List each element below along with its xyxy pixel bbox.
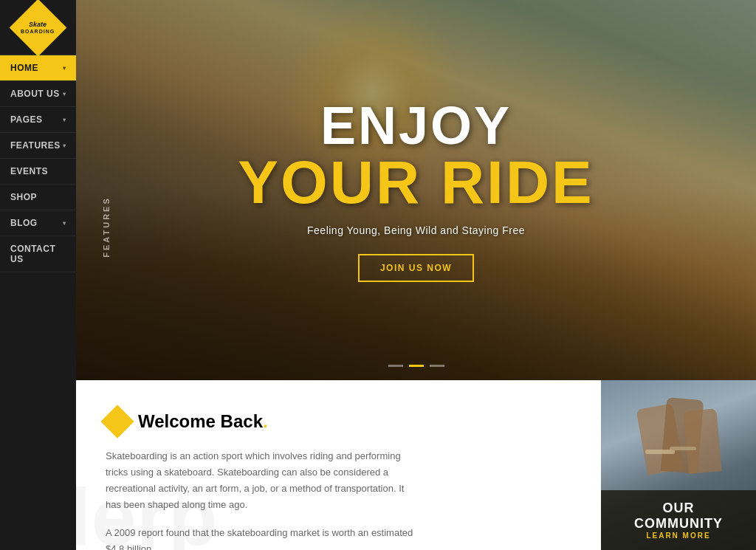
welcome-heading: Welcome Back.	[106, 410, 571, 433]
slide-dots	[388, 365, 444, 367]
sidebar-item-shop-label: SHOP	[10, 192, 37, 202]
hand-3	[683, 408, 721, 474]
chevron-down-icon: ▾	[63, 142, 66, 149]
logo-skate: Skate	[21, 20, 55, 28]
hero-title-enjoy: ENJOY	[320, 99, 512, 152]
sidebar-item-pages-label: PAGES	[10, 114, 43, 125]
hero-content: ENJOY YOUR RIDE Feeling Young, Being Wil…	[76, 0, 756, 380]
community-overlay: OURCOMMUNITY LEARN MORE	[601, 490, 756, 550]
slide-dot-1[interactable]	[388, 365, 403, 367]
sidebar-item-features[interactable]: FEATURES ▾	[0, 133, 76, 159]
hero-title-ride: YOUR RIDE	[238, 152, 594, 213]
logo: Skate BOARDING	[0, 0, 76, 55]
slide-dot-3[interactable]	[430, 365, 444, 367]
welcome-description-2: A 2009 report found that the skateboardi…	[106, 525, 416, 550]
community-link[interactable]: LEARN MORE	[611, 532, 746, 540]
sidebar-item-events-label: EVENTS	[10, 166, 48, 176]
sidebar: Skate BOARDING HOME ▾ ABOUT US ▾ PAGES ▾…	[0, 0, 76, 550]
sidebar-item-about[interactable]: ABOUT US ▾	[0, 81, 76, 107]
hero-subtitle: Feeling Young, Being Wild and Staying Fr…	[307, 224, 525, 236]
welcome-section: lerp Welcome Back. Skateboarding is an a…	[76, 380, 601, 550]
sidebar-item-shop[interactable]: SHOP	[0, 185, 76, 210]
chevron-down-icon: ▾	[63, 91, 66, 97]
sidebar-item-contact-label: CONTACT US	[10, 244, 66, 264]
logo-diamond: Skate BOARDING	[10, 0, 67, 56]
chevron-down-icon: ▾	[63, 117, 66, 123]
sidebar-item-blog-label: BLOG	[10, 218, 38, 228]
chevron-down-icon: ▾	[63, 65, 66, 72]
sidebar-item-events[interactable]: EVENTS	[0, 159, 76, 185]
welcome-title-text: Welcome Back	[138, 411, 263, 431]
sidebar-item-contact[interactable]: CONTACT US	[0, 236, 76, 272]
logo-boarding: BOARDING	[21, 28, 55, 34]
sidebar-item-about-label: ABOUT US	[10, 89, 60, 99]
sidebar-item-blog[interactable]: BLOG ▾	[0, 210, 76, 236]
sidebar-item-home-label: HOME	[10, 63, 38, 73]
community-image: OURCOMMUNITY LEARN MORE	[601, 380, 756, 550]
sidebar-item-pages[interactable]: PAGES ▾	[0, 107, 76, 133]
hero-section: FeaTURES ENJOY YOUR RIDE Feeling Young, …	[76, 0, 756, 380]
slide-dot-2[interactable]	[409, 365, 424, 367]
chevron-down-icon: ▾	[63, 220, 66, 227]
bottom-section: lerp Welcome Back. Skateboarding is an a…	[76, 380, 756, 550]
welcome-title: Welcome Back.	[138, 411, 268, 432]
welcome-dot: .	[263, 411, 268, 431]
sidebar-item-home[interactable]: HOME ▾	[0, 55, 76, 81]
bottom-content: Welcome Back. Skateboarding is an action…	[106, 410, 571, 550]
bracelet-2	[670, 447, 696, 450]
cta-button[interactable]: JOIN US NOW	[358, 254, 474, 282]
welcome-description-1: Skateboarding is an action sport which i…	[106, 448, 416, 513]
community-panel: OURCOMMUNITY LEARN MORE	[601, 380, 756, 550]
community-title: OURCOMMUNITY	[611, 501, 746, 532]
hands-visual	[627, 391, 730, 472]
diamond-icon	[100, 405, 134, 438]
main-content: FeaTURES ENJOY YOUR RIDE Feeling Young, …	[76, 0, 756, 550]
logo-text: Skate BOARDING	[21, 20, 55, 34]
nav-menu: HOME ▾ ABOUT US ▾ PAGES ▾ FEATURES ▾ EVE…	[0, 55, 76, 272]
sidebar-item-features-label: FEATURES	[10, 140, 61, 151]
